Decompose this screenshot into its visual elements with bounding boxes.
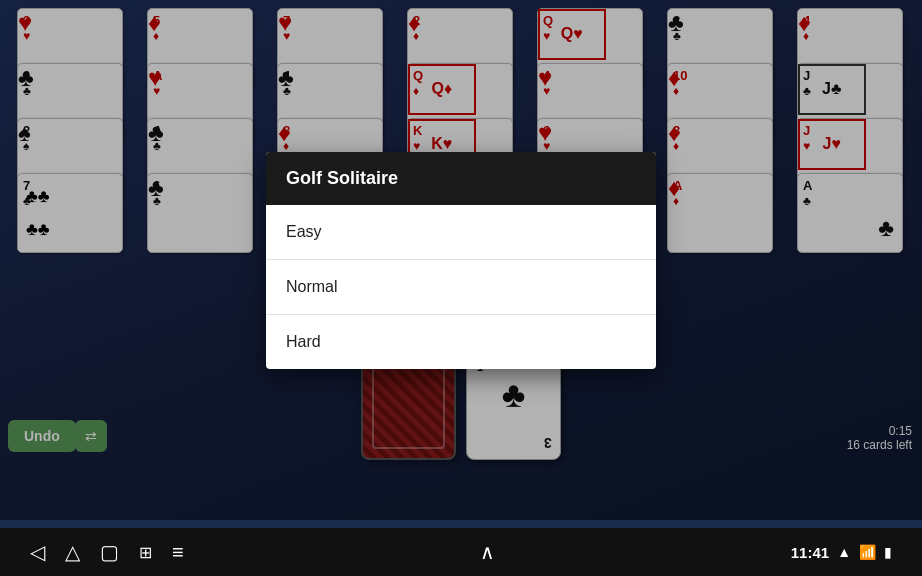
dialog-title: Golf Solitaire	[266, 152, 656, 205]
wifi-icon: 📶	[859, 544, 876, 560]
battery-icon: ▮	[884, 544, 892, 560]
difficulty-normal[interactable]: Normal	[266, 260, 656, 315]
clock-display: 11:41	[791, 544, 829, 561]
recent-apps-button[interactable]: ▢	[100, 540, 119, 564]
nav-center: ∧	[480, 540, 495, 564]
signal-icon: ▲	[837, 544, 851, 560]
screenshot-button[interactable]: ⊞	[139, 543, 152, 562]
up-button[interactable]: ∧	[480, 540, 495, 564]
back-button[interactable]: ◁	[30, 540, 45, 564]
menu-button[interactable]: ≡	[172, 541, 184, 564]
nav-left: ◁ △ ▢ ⊞ ≡	[30, 540, 184, 564]
navigation-bar: ◁ △ ▢ ⊞ ≡ ∧ 11:41 ▲ 📶 ▮	[0, 528, 922, 576]
dialog-overlay: Golf Solitaire Easy Normal Hard	[0, 0, 922, 520]
game-area: 3♥ ♥ 3 9♣ ♣ 2♠ ♠ 7♣ ♣♣ ♣♣ 5♦ ♦	[0, 0, 922, 520]
home-button[interactable]: △	[65, 540, 80, 564]
difficulty-easy[interactable]: Easy	[266, 205, 656, 260]
difficulty-hard[interactable]: Hard	[266, 315, 656, 369]
difficulty-dialog: Golf Solitaire Easy Normal Hard	[266, 152, 656, 369]
nav-right: 11:41 ▲ 📶 ▮	[791, 544, 892, 561]
